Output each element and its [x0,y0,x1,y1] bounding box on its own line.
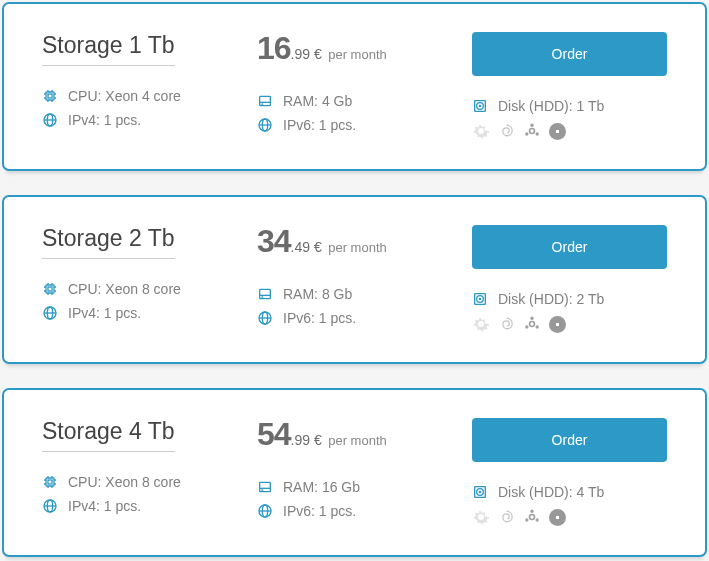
cpu-icon [42,88,58,104]
ram-icon [257,286,273,302]
gear-icon [472,122,490,140]
price-small: .49 € [291,239,322,255]
spec-disk: Disk (HDD): 1 Tb [472,98,667,114]
svg-point-23 [530,124,533,127]
spec-disk-label: Disk (HDD): 4 Tb [498,484,604,500]
svg-rect-39 [260,289,271,298]
spec-ram: RAM: 4 Gb [257,93,472,109]
price-big: 54 [257,416,291,452]
svg-point-22 [530,129,535,134]
spec-ipv4-label: IPv4: 1 pcs. [68,305,141,321]
price-big: 16 [257,30,291,66]
svg-point-40 [262,297,263,298]
order-button[interactable]: Order [472,418,667,462]
svg-rect-65 [260,482,271,491]
order-button[interactable]: Order [472,32,667,76]
debian-icon [498,123,515,140]
spec-ipv6: IPv6: 1 pcs. [257,117,472,133]
price-small: .99 € [291,432,322,448]
col-price: 16.99 € per month RAM: 4 Gb IPv6: 1 pcs. [257,32,472,141]
price-period: per month [328,47,387,62]
globe-icon [42,112,58,128]
spec-cpu-label: CPU: Xeon 8 core [68,474,181,490]
pricing-card: Storage 2 Tb CPU: Xeon 8 core IPv4: 1 pc… [2,195,707,364]
plan-title: Storage 1 Tb [42,32,175,66]
price-big: 34 [257,223,291,259]
spec-cpu-label: CPU: Xeon 8 core [68,281,181,297]
ubuntu-icon [523,508,541,526]
spec-ram-label: RAM: 16 Gb [283,479,360,495]
pricing-card: Storage 1 Tb CPU: Xeon 4 core IPv4: 1 pc… [2,2,707,171]
spec-ipv6: IPv6: 1 pcs. [257,310,472,326]
spec-ipv4: IPv4: 1 pcs. [42,498,257,514]
col-plan: Storage 2 Tb CPU: Xeon 8 core IPv4: 1 pc… [42,225,257,334]
spec-cpu: CPU: Xeon 8 core [42,474,257,490]
os-icons-row [472,508,667,526]
svg-rect-26 [46,285,54,293]
svg-point-24 [525,132,528,135]
spec-ipv6-label: IPv6: 1 pcs. [283,310,356,326]
globe-icon [257,310,273,326]
col-action: Order Disk (HDD): 4 Tb [472,418,667,527]
spec-ipv4: IPv4: 1 pcs. [42,305,257,321]
spec-ram-label: RAM: 8 Gb [283,286,352,302]
spec-disk: Disk (HDD): 4 Tb [472,484,667,500]
svg-rect-13 [260,96,271,105]
plan-title: Storage 4 Tb [42,418,175,452]
disk-icon [472,98,488,114]
disc-icon [549,123,566,140]
spec-ram: RAM: 8 Gb [257,286,472,302]
spec-disk: Disk (HDD): 2 Tb [472,291,667,307]
svg-rect-1 [48,94,52,98]
globe-icon [42,305,58,321]
price-period: per month [328,240,387,255]
cpu-icon [42,474,58,490]
svg-point-73 [479,491,480,492]
os-icons-row [472,315,667,333]
svg-point-21 [479,105,480,106]
debian-icon [498,316,515,333]
svg-point-75 [530,510,533,513]
ubuntu-icon [523,122,541,140]
svg-point-76 [525,518,528,521]
col-plan: Storage 4 Tb CPU: Xeon 8 core IPv4: 1 pc… [42,418,257,527]
spec-ipv4: IPv4: 1 pcs. [42,112,257,128]
col-price: 34.49 € per month RAM: 8 Gb IPv6: 1 pcs. [257,225,472,334]
globe-icon [257,503,273,519]
spec-ram-label: RAM: 4 Gb [283,93,352,109]
spec-cpu: CPU: Xeon 4 core [42,88,257,104]
col-action: Order Disk (HDD): 1 Tb [472,32,667,141]
gear-icon [472,315,490,333]
disk-icon [472,484,488,500]
ram-icon [257,479,273,495]
globe-icon [257,117,273,133]
spec-cpu: CPU: Xeon 8 core [42,281,257,297]
cpu-icon [42,281,58,297]
svg-point-49 [530,317,533,320]
spec-ipv4-label: IPv4: 1 pcs. [68,498,141,514]
col-action: Order Disk (HDD): 2 Tb [472,225,667,334]
svg-rect-0 [46,92,54,100]
svg-point-48 [530,322,535,327]
disk-icon [472,291,488,307]
ubuntu-icon [523,315,541,333]
svg-point-51 [536,325,539,328]
price: 34.49 € per month [257,223,472,260]
col-plan: Storage 1 Tb CPU: Xeon 4 core IPv4: 1 pc… [42,32,257,141]
svg-point-74 [530,515,535,520]
gear-icon [472,508,490,526]
spec-ipv6-label: IPv6: 1 pcs. [283,503,356,519]
svg-rect-53 [48,480,52,484]
os-icons-row [472,122,667,140]
price-period: per month [328,433,387,448]
spec-ipv6-label: IPv6: 1 pcs. [283,117,356,133]
disc-icon [549,509,566,526]
svg-point-47 [479,298,480,299]
ram-icon [257,93,273,109]
order-button[interactable]: Order [472,225,667,269]
disc-icon [549,316,566,333]
svg-rect-27 [48,287,52,291]
spec-ipv4-label: IPv4: 1 pcs. [68,112,141,128]
spec-disk-label: Disk (HDD): 2 Tb [498,291,604,307]
svg-point-25 [536,132,539,135]
